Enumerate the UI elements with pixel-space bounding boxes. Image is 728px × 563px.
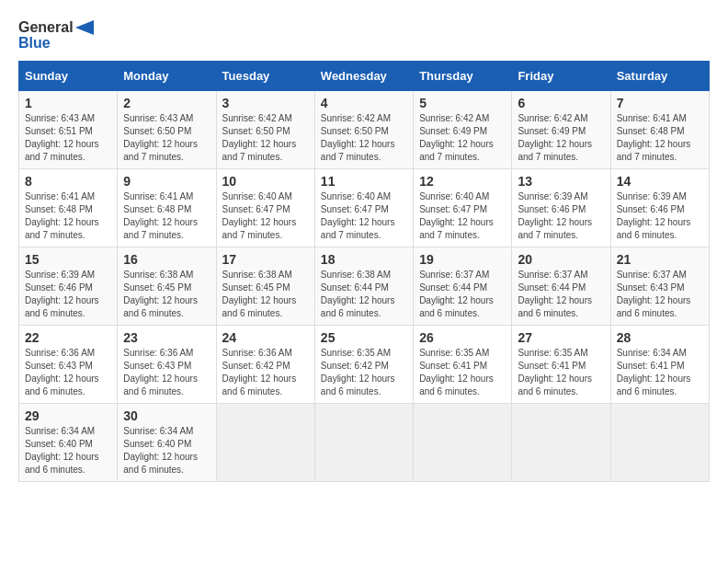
day-number: 25 <box>321 330 407 345</box>
day-info: Sunrise: 6:40 AM Sunset: 6:47 PM Dayligh… <box>222 190 309 242</box>
column-header-friday: Friday <box>512 62 610 91</box>
calendar-cell: 4Sunrise: 6:42 AM Sunset: 6:50 PM Daylig… <box>314 91 413 169</box>
calendar-cell: 21Sunrise: 6:37 AM Sunset: 6:43 PM Dayli… <box>610 247 709 326</box>
day-number: 30 <box>123 408 210 423</box>
day-info: Sunrise: 6:37 AM Sunset: 6:43 PM Dayligh… <box>617 269 703 320</box>
calendar-cell: 17Sunrise: 6:38 AM Sunset: 6:45 PM Dayli… <box>216 247 314 326</box>
calendar-cell <box>610 404 709 482</box>
day-number: 29 <box>25 408 111 423</box>
calendar-cell: 3Sunrise: 6:42 AM Sunset: 6:50 PM Daylig… <box>216 91 314 169</box>
day-number: 7 <box>617 96 703 110</box>
day-info: Sunrise: 6:40 AM Sunset: 6:47 PM Dayligh… <box>419 190 506 242</box>
calendar-cell: 11Sunrise: 6:40 AM Sunset: 6:47 PM Dayli… <box>314 169 413 247</box>
calendar-week-row: 1Sunrise: 6:43 AM Sunset: 6:51 PM Daylig… <box>19 91 710 169</box>
day-info: Sunrise: 6:37 AM Sunset: 6:44 PM Dayligh… <box>419 269 506 320</box>
day-info: Sunrise: 6:35 AM Sunset: 6:42 PM Dayligh… <box>321 347 407 398</box>
day-number: 9 <box>123 174 210 189</box>
calendar-cell: 28Sunrise: 6:34 AM Sunset: 6:41 PM Dayli… <box>610 326 709 404</box>
calendar-cell: 30Sunrise: 6:34 AM Sunset: 6:40 PM Dayli… <box>118 404 216 482</box>
day-info: Sunrise: 6:35 AM Sunset: 6:41 PM Dayligh… <box>419 347 506 398</box>
calendar-cell: 15Sunrise: 6:39 AM Sunset: 6:46 PM Dayli… <box>19 247 118 326</box>
day-number: 21 <box>617 252 703 267</box>
svg-marker-0 <box>75 20 94 35</box>
day-number: 5 <box>419 96 506 110</box>
day-info: Sunrise: 6:42 AM Sunset: 6:50 PM Dayligh… <box>222 112 309 164</box>
calendar-cell: 29Sunrise: 6:34 AM Sunset: 6:40 PM Dayli… <box>19 404 118 482</box>
column-header-wednesday: Wednesday <box>314 62 413 91</box>
calendar-cell: 26Sunrise: 6:35 AM Sunset: 6:41 PM Dayli… <box>414 326 512 404</box>
day-number: 18 <box>321 252 407 267</box>
day-info: Sunrise: 6:42 AM Sunset: 6:50 PM Dayligh… <box>321 112 407 164</box>
day-number: 3 <box>222 96 309 110</box>
calendar-cell: 7Sunrise: 6:41 AM Sunset: 6:48 PM Daylig… <box>610 91 709 169</box>
calendar-cell <box>216 404 314 482</box>
day-info: Sunrise: 6:34 AM Sunset: 6:40 PM Dayligh… <box>123 425 210 477</box>
calendar-header-row: SundayMondayTuesdayWednesdayThursdayFrid… <box>19 62 710 91</box>
calendar-cell: 5Sunrise: 6:42 AM Sunset: 6:49 PM Daylig… <box>414 91 512 169</box>
calendar-cell: 22Sunrise: 6:36 AM Sunset: 6:43 PM Dayli… <box>19 326 118 404</box>
day-number: 13 <box>518 174 604 189</box>
day-info: Sunrise: 6:42 AM Sunset: 6:49 PM Dayligh… <box>518 112 604 164</box>
column-header-monday: Monday <box>118 62 216 91</box>
calendar-cell: 8Sunrise: 6:41 AM Sunset: 6:48 PM Daylig… <box>19 169 118 247</box>
day-number: 12 <box>419 174 506 189</box>
day-number: 11 <box>321 174 407 189</box>
day-info: Sunrise: 6:39 AM Sunset: 6:46 PM Dayligh… <box>25 269 111 320</box>
calendar-cell: 16Sunrise: 6:38 AM Sunset: 6:45 PM Dayli… <box>118 247 216 326</box>
calendar-cell: 2Sunrise: 6:43 AM Sunset: 6:50 PM Daylig… <box>118 91 216 169</box>
logo-blue: Blue <box>18 34 94 52</box>
calendar-cell: 19Sunrise: 6:37 AM Sunset: 6:44 PM Dayli… <box>414 247 512 326</box>
day-info: Sunrise: 6:38 AM Sunset: 6:45 PM Dayligh… <box>222 269 309 320</box>
page-header: General Blue <box>18 18 710 52</box>
calendar-table: SundayMondayTuesdayWednesdayThursdayFrid… <box>18 61 710 482</box>
column-header-thursday: Thursday <box>414 62 512 91</box>
day-number: 2 <box>123 96 210 110</box>
day-number: 6 <box>518 96 604 110</box>
logo-container: General Blue <box>18 18 94 52</box>
day-info: Sunrise: 6:36 AM Sunset: 6:43 PM Dayligh… <box>123 347 210 398</box>
day-number: 26 <box>419 330 506 345</box>
column-header-tuesday: Tuesday <box>216 62 314 91</box>
day-number: 28 <box>617 330 703 345</box>
day-info: Sunrise: 6:36 AM Sunset: 6:42 PM Dayligh… <box>222 347 309 398</box>
day-number: 15 <box>25 252 111 267</box>
calendar-week-row: 15Sunrise: 6:39 AM Sunset: 6:46 PM Dayli… <box>19 247 710 326</box>
day-number: 10 <box>222 174 309 189</box>
day-number: 22 <box>25 330 111 345</box>
day-info: Sunrise: 6:41 AM Sunset: 6:48 PM Dayligh… <box>25 190 111 242</box>
logo-arrow-icon <box>75 20 94 35</box>
day-info: Sunrise: 6:38 AM Sunset: 6:44 PM Dayligh… <box>321 269 407 320</box>
calendar-cell: 24Sunrise: 6:36 AM Sunset: 6:42 PM Dayli… <box>216 326 314 404</box>
day-info: Sunrise: 6:36 AM Sunset: 6:43 PM Dayligh… <box>25 347 111 398</box>
day-info: Sunrise: 6:37 AM Sunset: 6:44 PM Dayligh… <box>518 269 604 320</box>
calendar-cell <box>512 404 610 482</box>
day-info: Sunrise: 6:35 AM Sunset: 6:41 PM Dayligh… <box>518 347 604 398</box>
day-info: Sunrise: 6:38 AM Sunset: 6:45 PM Dayligh… <box>123 269 210 320</box>
day-number: 16 <box>123 252 210 267</box>
calendar-cell: 6Sunrise: 6:42 AM Sunset: 6:49 PM Daylig… <box>512 91 610 169</box>
day-number: 27 <box>518 330 604 345</box>
calendar-cell: 20Sunrise: 6:37 AM Sunset: 6:44 PM Dayli… <box>512 247 610 326</box>
calendar-cell: 23Sunrise: 6:36 AM Sunset: 6:43 PM Dayli… <box>118 326 216 404</box>
calendar-week-row: 22Sunrise: 6:36 AM Sunset: 6:43 PM Dayli… <box>19 326 710 404</box>
day-info: Sunrise: 6:40 AM Sunset: 6:47 PM Dayligh… <box>321 190 407 242</box>
day-info: Sunrise: 6:41 AM Sunset: 6:48 PM Dayligh… <box>617 112 703 164</box>
calendar-cell: 18Sunrise: 6:38 AM Sunset: 6:44 PM Dayli… <box>314 247 413 326</box>
calendar-cell: 1Sunrise: 6:43 AM Sunset: 6:51 PM Daylig… <box>19 91 118 169</box>
day-number: 14 <box>617 174 703 189</box>
day-number: 19 <box>419 252 506 267</box>
day-info: Sunrise: 6:34 AM Sunset: 6:40 PM Dayligh… <box>25 425 111 477</box>
day-number: 23 <box>123 330 210 345</box>
day-number: 8 <box>25 174 111 189</box>
day-number: 17 <box>222 252 309 267</box>
calendar-cell: 9Sunrise: 6:41 AM Sunset: 6:48 PM Daylig… <box>118 169 216 247</box>
day-info: Sunrise: 6:34 AM Sunset: 6:41 PM Dayligh… <box>617 347 703 398</box>
calendar-cell: 10Sunrise: 6:40 AM Sunset: 6:47 PM Dayli… <box>216 169 314 247</box>
day-info: Sunrise: 6:41 AM Sunset: 6:48 PM Dayligh… <box>123 190 210 242</box>
day-number: 4 <box>321 96 407 110</box>
day-info: Sunrise: 6:42 AM Sunset: 6:49 PM Dayligh… <box>419 112 506 164</box>
column-header-saturday: Saturday <box>610 62 709 91</box>
day-info: Sunrise: 6:39 AM Sunset: 6:46 PM Dayligh… <box>617 190 703 242</box>
day-info: Sunrise: 6:39 AM Sunset: 6:46 PM Dayligh… <box>518 190 604 242</box>
calendar-cell: 25Sunrise: 6:35 AM Sunset: 6:42 PM Dayli… <box>314 326 413 404</box>
